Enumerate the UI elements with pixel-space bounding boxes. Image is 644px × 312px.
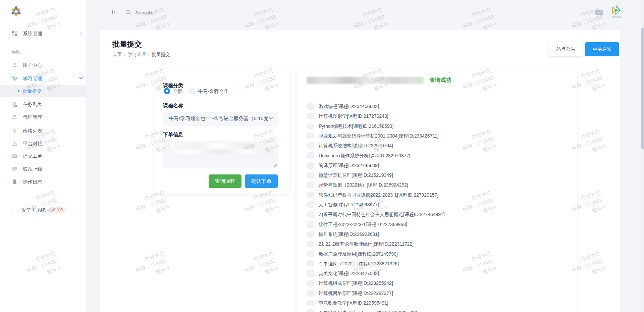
course-row[interactable]: 计算机组成原理[课程ID:223255942] xyxy=(297,280,577,288)
sidebar-item-operation-logs[interactable]: 操作日志 xyxy=(0,177,86,186)
mail-icon[interactable] xyxy=(595,10,603,15)
course-row[interactable]: 操作系统[课程ID:226922681] xyxy=(297,231,577,239)
course-checkbox[interactable] xyxy=(307,251,314,257)
breadcrumb-home[interactable]: 首页 xyxy=(113,52,122,57)
search-icon[interactable] xyxy=(125,9,131,15)
course-row[interactable]: 游戏编程[课程ID:234456602] xyxy=(297,103,577,111)
course-label: Python编程技术[课程ID:216158593] xyxy=(319,123,393,129)
course-label: Unix/Linux操作系统分析[课程ID:232970377] xyxy=(319,153,410,159)
course-checkbox[interactable] xyxy=(307,300,314,306)
radio-gold-coop-label[interactable]: 牛马-金牌合作 xyxy=(198,88,229,95)
course-row[interactable]: 微型计算机原理[课程ID:215219349] xyxy=(297,172,577,180)
course-checkbox[interactable] xyxy=(307,142,314,149)
sidebar-item-user-center[interactable]: 用户中心 xyxy=(0,61,86,69)
sidebar-item-label: 任务列表 xyxy=(23,101,42,108)
sidebar-item-batch-submit[interactable]: 批量提交 xyxy=(0,85,86,97)
sidebar-item-label: 提交工单 xyxy=(23,153,42,159)
breadcrumb: 首页/学习管理/批量提交 xyxy=(113,52,170,58)
sidebar-item-submit-ticket[interactable]: 提交工单 xyxy=(0,152,86,160)
course-row[interactable]: 形势与政策（2022秋）[课程ID:228924292] xyxy=(297,181,577,190)
breadcrumb-study-manage[interactable]: 学习管理 xyxy=(128,52,146,57)
chevron-down-icon xyxy=(79,77,83,80)
sidebar-item-label: 平台对接 xyxy=(23,141,42,147)
price-list-icon: $ xyxy=(12,128,17,134)
course-checkbox[interactable] xyxy=(307,290,314,297)
sidebar-item-task-list[interactable]: 任务列表 xyxy=(0,100,86,109)
study-manage-icon xyxy=(12,75,17,81)
sidebar-item-system-manage[interactable]: 系统管理 xyxy=(0,29,86,38)
submit-ticket-icon xyxy=(12,153,17,159)
course-checkbox[interactable] xyxy=(307,152,314,159)
order-info-textarea[interactable] xyxy=(163,141,278,168)
confirm-order-button[interactable]: 确认下单 xyxy=(245,174,278,188)
course-row[interactable]: 软件工程-2022-2023-1[课程ID:227369963] xyxy=(297,221,577,229)
course-label: 计算机图形学[课程ID:217270243] xyxy=(319,113,388,119)
course-checkbox[interactable] xyxy=(307,270,314,277)
chevron-down-icon xyxy=(269,117,273,120)
course-checkbox[interactable] xyxy=(307,241,314,247)
course-row[interactable]: 数据库原理及应用[课程ID:207149790] xyxy=(297,251,577,259)
course-checkbox[interactable] xyxy=(307,221,314,228)
course-row[interactable]: 军事理论（2022）[课程ID:223821326] xyxy=(297,260,577,268)
course-row[interactable]: 习近平新时代中国特色社会主义思想概论[课程ID:227464991] xyxy=(297,211,577,219)
course-checkbox[interactable] xyxy=(307,211,314,218)
course-checkbox[interactable] xyxy=(307,113,314,119)
radio-gold-coop[interactable] xyxy=(189,88,196,94)
course-checkbox[interactable] xyxy=(307,103,314,110)
course-checkbox[interactable] xyxy=(307,260,314,267)
course-label: 面向对象程序设计（Java）[课程ID:214005733] xyxy=(319,310,417,312)
course-row[interactable]: 人工智能[课程ID:214998977] xyxy=(297,201,577,209)
course-row[interactable]: 计算机系统结构[课程ID:232970794] xyxy=(297,142,577,150)
sidebar-item-label: 联系上级 xyxy=(23,166,42,172)
course-checkbox[interactable] xyxy=(307,123,314,129)
tencent-video-icon xyxy=(610,5,622,16)
course-row[interactable]: 面向对象程序设计（Java）[课程ID:214005733] xyxy=(297,309,577,312)
sidebar-item-contact-upline[interactable]: 联系上级 xyxy=(0,165,86,173)
course-label: 人工智能[课程ID:214998977] xyxy=(319,202,379,208)
sidebar-item-study-manage[interactable]: 学习管理 xyxy=(0,74,86,83)
course-row[interactable]: Python编程技术[课程ID:216158593] xyxy=(297,123,577,131)
query-course-button[interactable]: 查询课程 xyxy=(209,174,241,188)
sidebar-footer[interactable]: 〉_ 爱学习系统 v1.1.0 xyxy=(12,206,66,214)
site-announcement-button[interactable]: 站点公告 xyxy=(549,42,583,56)
course-label: 游戏编程[课程ID:234456602] xyxy=(319,104,379,110)
collapse-sidebar-icon[interactable] xyxy=(112,9,118,15)
search-input[interactable]: Search... xyxy=(135,10,156,15)
course-row[interactable]: 21-22-2概率论与数理统计[课程ID:222311722] xyxy=(297,241,577,249)
course-checkbox[interactable] xyxy=(307,133,314,139)
course-row[interactable]: 软件知识产权与职业道德2022-2023-1[课程ID:227920157] xyxy=(297,192,577,200)
radio-all[interactable] xyxy=(164,88,170,94)
course-label: 职业规划与就业指导计算机2001-2004[课程ID:233426711] xyxy=(319,133,439,139)
course-checkbox[interactable] xyxy=(307,201,314,208)
course-checkbox[interactable] xyxy=(307,309,314,312)
resize-handle-icon[interactable] xyxy=(274,164,277,167)
sidebar-item-agent-manage[interactable]: 代理管理 xyxy=(0,113,86,121)
course-label: 微型计算机原理[课程ID:215219349] xyxy=(319,172,393,178)
course-checkbox[interactable] xyxy=(307,172,314,178)
course-select[interactable]: 牛马/学习通全包1:1-①号铂金服务器（0.15元 xyxy=(163,112,278,126)
sidebar-item-price-list[interactable]: $价格列表 xyxy=(0,126,86,135)
course-row[interactable]: 计算机网络原理[课程ID:222287277] xyxy=(297,290,577,298)
user-center-icon xyxy=(12,62,17,68)
app-logo-icon[interactable] xyxy=(10,5,22,17)
course-row[interactable]: 编译原理[课程ID:232745609] xyxy=(297,162,577,170)
course-row[interactable]: 职业规划与就业指导计算机2001-2004[课程ID:233426711] xyxy=(297,133,577,141)
course-checkbox[interactable] xyxy=(307,181,314,188)
agent-manage-icon xyxy=(12,114,17,120)
query-results-card: 查询成功 游戏编程[课程ID:234456602]计算机图形学[课程ID:217… xyxy=(297,69,577,312)
course-checkbox[interactable] xyxy=(307,192,314,198)
course-row[interactable]: 计算机图形学[课程ID:217270243] xyxy=(297,113,577,121)
course-checkbox[interactable] xyxy=(307,162,314,169)
course-row[interactable]: Unix/Linux操作系统分析[课程ID:232970377] xyxy=(297,152,577,160)
course-row[interactable]: 电竞职业教学[课程ID:220595491] xyxy=(297,300,577,308)
bullet-icon xyxy=(18,90,19,92)
redacted-query-summary xyxy=(307,77,424,84)
sidebar-item-platform-connect[interactable]: 平台对接 xyxy=(0,139,86,148)
radio-all-label[interactable]: 全部 xyxy=(173,88,182,95)
tencent-video-shortcut[interactable]: 腾讯视频 xyxy=(609,5,623,19)
scrollbar-thumb[interactable] xyxy=(641,28,644,149)
course-checkbox[interactable] xyxy=(307,280,314,287)
important-notice-button[interactable]: 重要通知 xyxy=(585,42,619,56)
course-checkbox[interactable] xyxy=(307,231,314,238)
course-row[interactable]: 英美文化[课程ID:223427002] xyxy=(297,270,577,278)
